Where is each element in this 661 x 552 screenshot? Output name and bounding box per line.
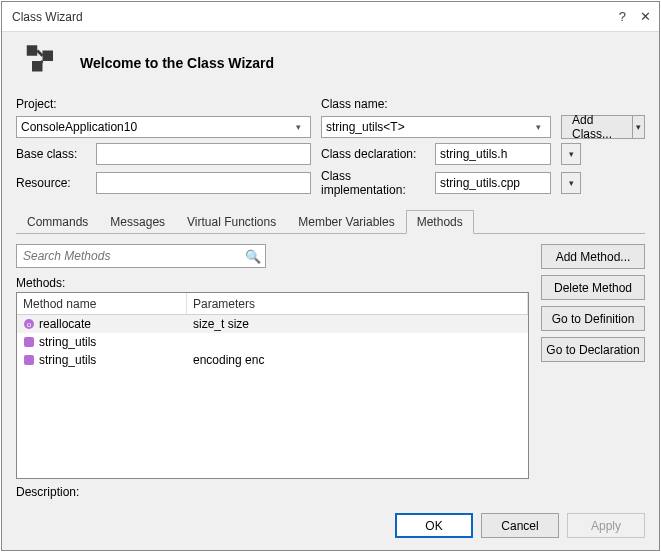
grid-body: o reallocate size_t size string_utils [17, 315, 528, 478]
svg-rect-7 [24, 337, 34, 347]
class-name-label: Class name: [321, 97, 388, 111]
search-text[interactable] [21, 248, 245, 264]
search-input[interactable]: 🔍 [16, 244, 266, 268]
wizard-icon [18, 40, 60, 85]
method-icon [23, 354, 35, 366]
header: Welcome to the Class Wizard [2, 32, 659, 93]
class-implementation-combo[interactable]: string_utils.cpp [435, 172, 551, 194]
class-declaration-value: string_utils.h [440, 147, 507, 161]
cancel-button[interactable]: Cancel [481, 513, 559, 538]
project-value: ConsoleApplication10 [21, 120, 137, 134]
class-implementation-label: Class implementation: [321, 169, 429, 197]
chevron-down-icon: ▾ [531, 122, 546, 132]
tab-commands[interactable]: Commands [16, 210, 99, 234]
class-name-combo[interactable]: string_utils<T> ▾ [321, 116, 551, 138]
method-params: encoding enc [193, 353, 264, 367]
class-implementation-value: string_utils.cpp [440, 176, 520, 190]
page-title: Welcome to the Class Wizard [80, 55, 274, 71]
tab-member-variables[interactable]: Member Variables [287, 210, 405, 234]
window-controls: ? ✕ [619, 9, 651, 24]
list-column: 🔍 Methods: Method name Parameters o real… [16, 244, 529, 479]
window-title: Class Wizard [12, 10, 619, 24]
tab-messages[interactable]: Messages [99, 210, 176, 234]
method-name: string_utils [39, 353, 96, 367]
method-name: reallocate [39, 317, 91, 331]
close-icon[interactable]: ✕ [640, 9, 651, 24]
add-method-button[interactable]: Add Method... [541, 244, 645, 269]
description-label: Description: [2, 485, 659, 505]
base-class-label: Base class: [16, 147, 86, 161]
methods-grid: Method name Parameters o reallocate size… [16, 292, 529, 479]
search-icon[interactable]: 🔍 [245, 249, 261, 264]
form-area: Project: Class name: ConsoleApplication1… [2, 93, 659, 201]
go-to-definition-button[interactable]: Go to Definition [541, 306, 645, 331]
dialog-window: Class Wizard ? ✕ Welcome to the Class Wi… [1, 1, 660, 551]
go-to-declaration-button[interactable]: Go to Declaration [541, 337, 645, 362]
col-method-name[interactable]: Method name [17, 293, 187, 314]
apply-button: Apply [567, 513, 645, 538]
help-icon[interactable]: ? [619, 9, 626, 24]
delete-method-button[interactable]: Delete Method [541, 275, 645, 300]
title-bar: Class Wizard ? ✕ [2, 2, 659, 32]
project-label: Project: [16, 97, 57, 111]
class-declaration-picker[interactable]: ▾ [561, 143, 581, 165]
chevron-down-icon[interactable]: ▾ [633, 115, 645, 139]
svg-marker-1 [43, 51, 54, 62]
method-name: string_utils [39, 335, 96, 349]
body-area: 🔍 Methods: Method name Parameters o real… [2, 234, 659, 485]
side-buttons: Add Method... Delete Method Go to Defini… [541, 244, 645, 479]
chevron-down-icon: ▾ [291, 122, 306, 132]
class-declaration-label: Class declaration: [321, 147, 429, 161]
method-params: size_t size [193, 317, 249, 331]
base-class-field[interactable] [96, 143, 311, 165]
svg-marker-0 [27, 45, 38, 56]
svg-line-3 [37, 51, 42, 56]
svg-rect-8 [24, 355, 34, 365]
project-combo[interactable]: ConsoleApplication10 ▾ [16, 116, 311, 138]
col-parameters[interactable]: Parameters [187, 293, 528, 314]
tabstrip: Commands Messages Virtual Functions Memb… [16, 209, 645, 234]
add-class-button[interactable]: Add Class... ▾ [561, 115, 645, 139]
add-class-label: Add Class... [561, 115, 633, 139]
svg-text:o: o [27, 320, 32, 329]
grid-header: Method name Parameters [17, 293, 528, 315]
tab-methods[interactable]: Methods [406, 210, 474, 234]
overload-method-icon: o [23, 318, 35, 330]
class-name-value: string_utils<T> [326, 120, 405, 134]
resource-field[interactable] [96, 172, 311, 194]
resource-label: Resource: [16, 176, 86, 190]
tab-virtual-functions[interactable]: Virtual Functions [176, 210, 287, 234]
footer: OK Cancel Apply [2, 505, 659, 550]
method-icon [23, 336, 35, 348]
table-row[interactable]: o reallocate size_t size [17, 315, 528, 333]
table-row[interactable]: string_utils [17, 333, 528, 351]
methods-label: Methods: [16, 276, 529, 290]
class-implementation-picker[interactable]: ▾ [561, 172, 581, 194]
table-row[interactable]: string_utils encoding enc [17, 351, 528, 369]
ok-button[interactable]: OK [395, 513, 473, 538]
class-declaration-combo[interactable]: string_utils.h [435, 143, 551, 165]
